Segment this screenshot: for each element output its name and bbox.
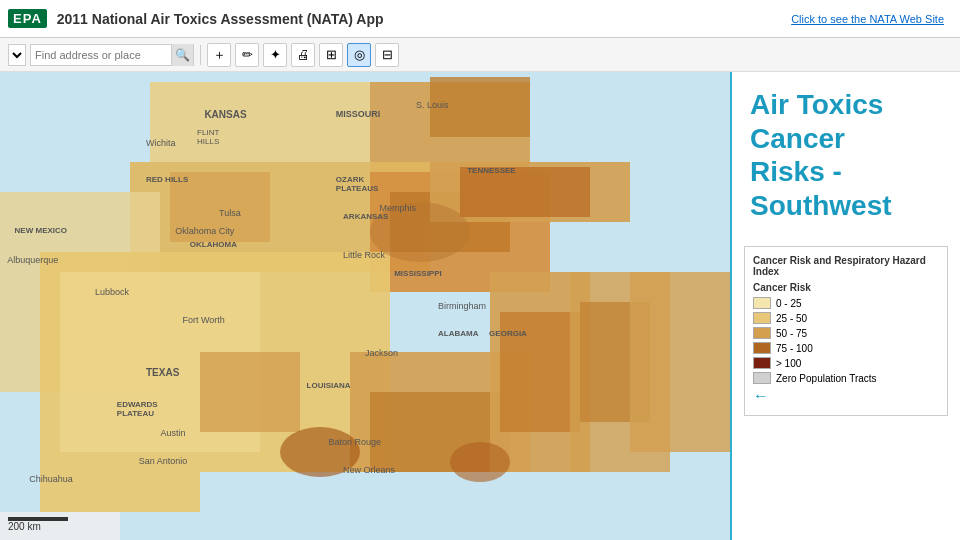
legend-item-label: 0 - 25	[776, 298, 802, 309]
locate-button[interactable]: ◎	[347, 43, 371, 67]
legend-item: 25 - 50	[753, 312, 939, 324]
title-line1: Air Toxics	[750, 89, 883, 120]
legend-title: Cancer Risk and Respiratory Hazard Index	[753, 255, 939, 277]
svg-rect-5	[170, 172, 270, 242]
app-header: EPA 2011 National Air Toxics Assessment …	[0, 0, 960, 38]
svg-rect-17	[500, 312, 580, 432]
print-button[interactable]: 🖨	[291, 43, 315, 67]
svg-rect-1	[150, 82, 370, 162]
search-button[interactable]: 🔍	[171, 44, 193, 66]
basemap-button[interactable]: ⊟	[375, 43, 399, 67]
search-box: 🔍	[30, 44, 194, 66]
epa-logo: EPA	[8, 9, 47, 28]
toolbar: ▼ 🔍 ＋ ✏ ✦ 🖨 ⊞ ◎ ⊟	[0, 38, 960, 72]
nata-link[interactable]: Click to see the NATA Web Site	[791, 13, 944, 25]
legend-swatch	[753, 357, 771, 369]
legend: Cancer Risk and Respiratory Hazard Index…	[744, 246, 948, 416]
title-line3: Risks -	[750, 156, 842, 187]
legend-swatch	[753, 327, 771, 339]
legend-item-label: > 100	[776, 358, 801, 369]
legend-item-label: Zero Population Tracts	[776, 373, 877, 384]
legend-item: 50 - 75	[753, 327, 939, 339]
right-panel: Air Toxics Cancer Risks - Southwest Canc…	[730, 72, 960, 540]
svg-rect-20	[630, 272, 730, 452]
pencil-button[interactable]: ✏	[235, 43, 259, 67]
layers-button[interactable]: ⊞	[319, 43, 343, 67]
legend-swatch	[753, 372, 771, 384]
title-line2: Cancer	[750, 123, 845, 154]
svg-point-25	[370, 202, 470, 262]
svg-rect-11	[200, 352, 300, 432]
pan-button[interactable]: ✦	[263, 43, 287, 67]
legend-item-label: 25 - 50	[776, 313, 807, 324]
search-input[interactable]	[31, 45, 171, 65]
legend-item-label: 50 - 75	[776, 328, 807, 339]
svg-rect-22	[460, 167, 590, 217]
main-content: KANSAS MISSOURI S. Louis Wichita FLINTHI…	[0, 72, 960, 540]
legend-item: Zero Population Tracts	[753, 372, 939, 384]
legend-subtitle: Cancer Risk	[753, 282, 939, 293]
legend-arrow-row: ←	[753, 387, 939, 405]
legend-item: 75 - 100	[753, 342, 939, 354]
legend-swatch	[753, 312, 771, 324]
legend-swatch	[753, 297, 771, 309]
svg-point-24	[450, 442, 510, 482]
legend-item-label: 75 - 100	[776, 343, 813, 354]
legend-item: > 100	[753, 357, 939, 369]
svg-rect-3	[430, 77, 530, 137]
scale-label: 200 km	[8, 521, 41, 532]
dropdown-btn[interactable]: ▼	[8, 44, 26, 66]
map-area[interactable]: KANSAS MISSOURI S. Louis Wichita FLINTHI…	[0, 72, 730, 540]
legend-swatch	[753, 342, 771, 354]
toolbar-separator	[200, 45, 201, 65]
scale-bar: 200 km	[8, 517, 68, 532]
title-line4: Southwest	[750, 190, 892, 221]
zoom-in-button[interactable]: ＋	[207, 43, 231, 67]
legend-item: 0 - 25	[753, 297, 939, 309]
legend-items: 0 - 2525 - 5050 - 7575 - 100> 100Zero Po…	[753, 297, 939, 384]
panel-title: Air Toxics Cancer Risks - Southwest	[732, 72, 960, 238]
legend-arrow-icon: ←	[753, 387, 769, 405]
map-svg	[0, 72, 730, 540]
app-title: 2011 National Air Toxics Assessment (NAT…	[57, 11, 781, 27]
svg-point-23	[280, 427, 360, 477]
